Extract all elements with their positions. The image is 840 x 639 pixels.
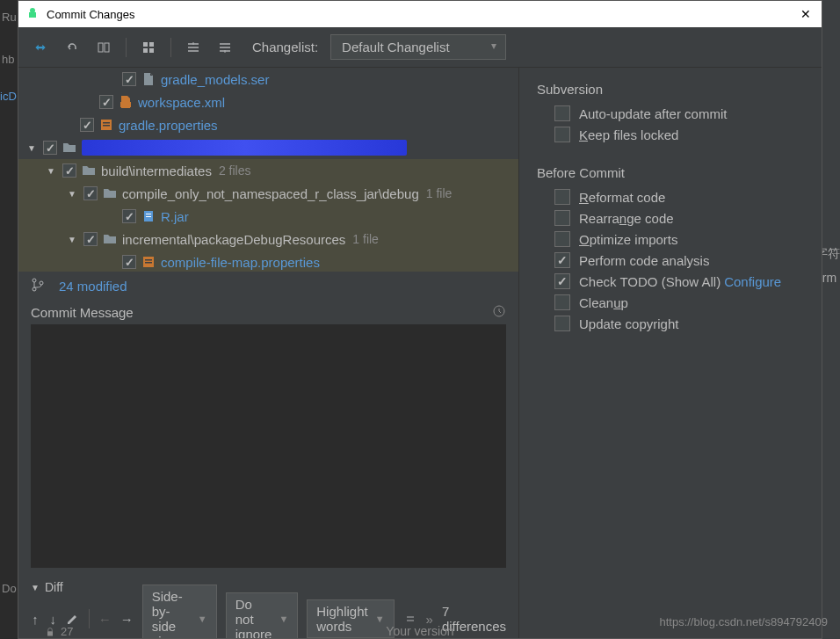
svg-rect-3 bbox=[105, 43, 109, 52]
option-label: Check TODO (Show All) bbox=[579, 274, 721, 289]
svg-rect-13 bbox=[146, 214, 151, 214]
svg-rect-4 bbox=[143, 42, 148, 47]
checkbox[interactable] bbox=[554, 231, 570, 247]
separator bbox=[126, 38, 127, 57]
option-label: Rearrange code bbox=[579, 211, 674, 226]
checkbox[interactable] bbox=[554, 105, 570, 121]
checkbox[interactable] bbox=[554, 316, 570, 331]
chevron-down-icon[interactable]: ▼ bbox=[47, 166, 57, 176]
checkbox[interactable] bbox=[554, 273, 570, 289]
viewer-mode-dropdown[interactable]: Side-by-side viewer▼ bbox=[142, 585, 217, 638]
option-label: Auto-update after commit bbox=[579, 106, 727, 121]
expand-icon[interactable] bbox=[184, 38, 203, 57]
checkbox[interactable] bbox=[122, 255, 136, 269]
configure-link[interactable]: Configure bbox=[724, 274, 781, 289]
tree-row[interactable]: gradle_models.ser bbox=[18, 68, 518, 91]
your-version-label: Your version bbox=[386, 624, 453, 638]
group-icon[interactable] bbox=[139, 38, 158, 57]
tree-row[interactable]: compile-file-map.properties bbox=[18, 251, 518, 272]
jar-icon bbox=[141, 209, 156, 223]
checkbox[interactable] bbox=[554, 294, 570, 310]
folder-icon bbox=[103, 186, 117, 200]
prev-diff-icon[interactable]: ↑ bbox=[31, 608, 40, 629]
tree-row[interactable]: ▼ bbox=[18, 136, 518, 159]
folder-icon bbox=[62, 141, 76, 155]
close-button[interactable]: ✕ bbox=[797, 5, 815, 23]
svg-rect-10 bbox=[103, 122, 110, 124]
tree-row[interactable]: ▼compile_only_not_namespaced_r_class_jar… bbox=[18, 182, 518, 205]
chevron-down-icon[interactable]: ▼ bbox=[68, 235, 78, 244]
refresh-icon[interactable] bbox=[31, 38, 50, 57]
keep-locked-option[interactable]: Keep files locked bbox=[554, 127, 804, 142]
auto-update-option[interactable]: Auto-update after commit bbox=[554, 105, 804, 121]
back-icon[interactable]: ← bbox=[98, 608, 112, 629]
tree-row[interactable]: gradle.properties bbox=[18, 113, 518, 136]
before-commit-section: Before Commit bbox=[537, 165, 804, 180]
bg-text: hb bbox=[2, 53, 14, 66]
status-bar: 24 modified bbox=[18, 272, 518, 300]
analysis-option[interactable]: Perform code analysis bbox=[554, 252, 804, 268]
diff-icon[interactable] bbox=[94, 38, 113, 57]
svg-point-18 bbox=[33, 279, 36, 282]
tree-row[interactable]: ▼incremental\packageDebugResources1 file bbox=[18, 228, 518, 251]
svg-rect-2 bbox=[98, 43, 103, 52]
checkbox[interactable] bbox=[99, 95, 113, 109]
svg-rect-5 bbox=[149, 42, 154, 47]
copyright-option[interactable]: Update copyright bbox=[554, 316, 804, 331]
commit-message-header: Commit Message bbox=[18, 300, 518, 324]
todo-option[interactable]: Check TODO (Show All) Configure bbox=[554, 273, 804, 289]
bg-text: Ru bbox=[2, 11, 17, 24]
svg-rect-17 bbox=[145, 262, 152, 264]
checkbox[interactable] bbox=[554, 252, 570, 268]
history-icon[interactable] bbox=[492, 304, 506, 321]
collapse-icon[interactable] bbox=[215, 38, 235, 57]
option-label: Keep files locked bbox=[579, 127, 678, 142]
tree-row[interactable]: ▼build\intermediates2 files bbox=[18, 159, 518, 182]
checkbox[interactable] bbox=[122, 72, 136, 86]
svg-rect-22 bbox=[47, 631, 53, 635]
checkbox[interactable] bbox=[554, 189, 570, 205]
tree-row[interactable]: R.jar bbox=[18, 205, 518, 228]
undo-icon[interactable] bbox=[62, 38, 82, 57]
changelist-dropdown[interactable]: Default Changelist bbox=[330, 34, 506, 60]
highlight-dropdown[interactable]: Highlight words▼ bbox=[307, 599, 394, 638]
svg-rect-16 bbox=[145, 259, 152, 261]
forward-icon[interactable]: → bbox=[120, 608, 134, 629]
reformat-option[interactable]: Reformat code bbox=[554, 189, 804, 205]
dialog-title: Commit Changes bbox=[47, 8, 797, 21]
optimize-option[interactable]: Optimize imports bbox=[554, 231, 804, 247]
checkbox[interactable] bbox=[83, 232, 98, 246]
checkbox[interactable] bbox=[62, 163, 76, 178]
file-label: gradle_models.ser bbox=[161, 72, 269, 87]
svg-point-19 bbox=[33, 287, 36, 291]
checkbox[interactable] bbox=[554, 127, 570, 142]
ignore-dropdown[interactable]: Do not ignore▼ bbox=[226, 592, 299, 639]
android-icon bbox=[25, 7, 40, 21]
checkbox[interactable] bbox=[122, 209, 136, 223]
prop-icon bbox=[99, 118, 113, 132]
svg-rect-6 bbox=[143, 48, 148, 53]
file-label: incremental\packageDebugResources bbox=[122, 232, 345, 247]
checkbox[interactable] bbox=[43, 141, 57, 155]
options-panel: Subversion Auto-update after commit Keep… bbox=[519, 68, 822, 638]
commit-message-input[interactable] bbox=[31, 324, 506, 568]
chevron-down-icon[interactable]: ▼ bbox=[68, 189, 78, 199]
chevron-down-icon[interactable]: ▼ bbox=[27, 143, 38, 153]
rearrange-option[interactable]: Rearrange code bbox=[554, 210, 804, 226]
cleanup-option[interactable]: Cleanup bbox=[554, 294, 804, 310]
file-label: build\intermediates bbox=[101, 163, 212, 178]
titlebar: Commit Changes ✕ bbox=[18, 1, 822, 27]
file-count: 1 file bbox=[426, 186, 453, 200]
checkbox[interactable] bbox=[554, 210, 570, 226]
svg-point-1 bbox=[30, 8, 35, 13]
tree-row[interactable]: workspace.xml bbox=[18, 91, 518, 113]
checkbox[interactable] bbox=[80, 118, 94, 132]
file-tree[interactable]: gradle_models.serworkspace.xmlgradle.pro… bbox=[18, 68, 518, 272]
svg-rect-14 bbox=[146, 216, 151, 217]
lock-icon bbox=[45, 627, 55, 637]
svg-rect-11 bbox=[103, 125, 110, 127]
file-label: workspace.xml bbox=[138, 95, 225, 110]
checkbox[interactable] bbox=[83, 186, 98, 200]
svg-rect-7 bbox=[149, 48, 154, 53]
file-icon bbox=[141, 72, 156, 86]
